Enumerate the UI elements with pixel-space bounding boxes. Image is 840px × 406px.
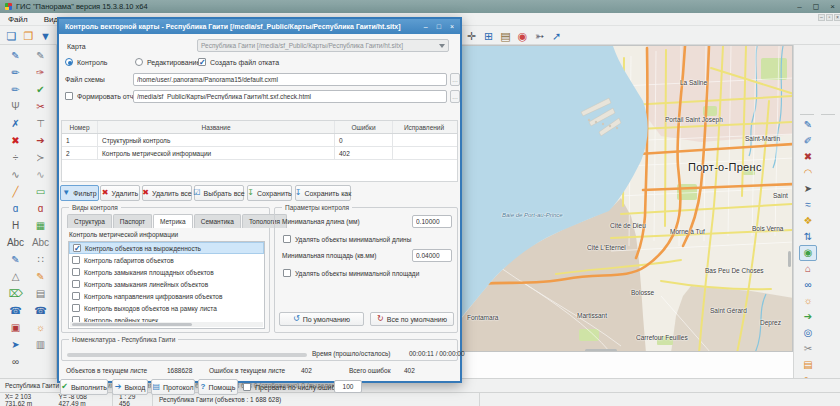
tab-passport[interactable]: Паспорт <box>113 214 152 228</box>
select-all-button[interactable]: ☑ Выбрать все <box>194 185 244 201</box>
dialog-maximize-icon[interactable]: □ <box>437 23 441 30</box>
delete-min-area-checkbox[interactable] <box>283 269 291 277</box>
pan-icon[interactable]: ✛ <box>463 28 480 45</box>
control-radio-label[interactable]: Контроль <box>77 59 107 66</box>
glasses-icon[interactable]: ∞ <box>3 353 28 370</box>
home-icon[interactable]: ⌂ <box>799 261 817 277</box>
binoculars-icon[interactable]: ∞ <box>799 277 817 293</box>
delete-min-length-label[interactable]: Удалять объекты минимальной длины <box>295 236 411 243</box>
clipboard-icon[interactable]: ▤ <box>497 28 514 45</box>
move-point-icon[interactable]: ➔ <box>28 132 53 149</box>
shapes-icon[interactable]: ❖ <box>799 213 817 229</box>
points-icon[interactable]: ∷ <box>28 251 53 268</box>
text-h-icon[interactable]: H <box>3 217 28 234</box>
triangle-icon[interactable]: △ <box>3 268 28 285</box>
spline-icon[interactable]: ∿ <box>3 166 28 183</box>
table-row[interactable]: 1Структурный контроль 0 <box>62 134 457 147</box>
mdi-close-icon[interactable]: × <box>834 14 840 21</box>
dialog-titlebar[interactable]: Контроль векторной карты - Республика Га… <box>59 19 460 34</box>
edit-radio-label[interactable]: Редактирование <box>147 59 200 66</box>
check-item[interactable]: Контроль замыкания линейных объектов <box>69 278 264 290</box>
bridge-icon[interactable]: ◠ <box>799 165 817 181</box>
edit-radio[interactable] <box>135 58 143 66</box>
select-pencil-alt-icon[interactable]: ✎ <box>28 47 53 64</box>
object-info-icon[interactable]: ➚ <box>548 28 565 45</box>
line-tool-icon[interactable]: ╱ <box>3 183 28 200</box>
target-icon[interactable]: ◎ <box>799 325 817 341</box>
label-a-del-icon[interactable]: ɑ <box>28 200 53 217</box>
tab-metric[interactable]: Метрика <box>153 214 193 228</box>
scheme-browse-button[interactable]: … <box>450 73 460 86</box>
cross-point-icon[interactable]: ✗ <box>3 115 28 132</box>
camera-icon[interactable]: ▣ <box>3 319 28 336</box>
exit-door-icon[interactable]: ➔ <box>799 309 817 325</box>
delete-object-icon[interactable]: ✖ <box>3 132 28 149</box>
delete-button[interactable]: ✖ Удалить <box>100 185 140 201</box>
minimize-icon[interactable]: – <box>797 2 801 11</box>
run-small-icon[interactable]: ➤ <box>3 336 28 353</box>
report-browse-button[interactable]: … <box>450 90 460 103</box>
settings-sun-icon[interactable]: ☼ <box>28 319 53 336</box>
menu-file[interactable]: Файл <box>0 15 36 24</box>
delete-route-icon[interactable]: ✖ <box>799 149 817 165</box>
route-pencil2-icon[interactable]: ✐ <box>799 133 817 149</box>
check-item[interactable]: Контроль габаритов объектов <box>69 254 264 266</box>
abort-count-input[interactable] <box>334 380 362 393</box>
delete-min-area-label[interactable]: Удалять объекты минимальной площади <box>295 270 419 277</box>
merge-nodes-icon[interactable]: Ψ <box>3 98 28 115</box>
panel-orange-icon[interactable]: ▤ <box>799 357 817 373</box>
pointer-icon[interactable]: ➤ <box>799 181 817 197</box>
gear-sun-icon[interactable]: ☼ <box>799 293 817 309</box>
protocol-button[interactable]: ▤ Протокол <box>151 379 195 395</box>
sheet-icon[interactable]: ▤ <box>28 285 53 302</box>
close-icon[interactable]: × <box>830 2 835 11</box>
bird-view-icon[interactable]: ➳ <box>531 28 548 45</box>
exit-button[interactable]: ➔ Выход <box>112 379 148 395</box>
open-map-icon[interactable]: ❐ <box>20 28 37 45</box>
report-small-icon[interactable]: ▥ <box>28 336 53 353</box>
label-a-icon[interactable]: ɑ <box>3 200 28 217</box>
cut-object-icon[interactable]: ✂ <box>28 98 53 115</box>
area-tool-icon[interactable]: ▭ <box>28 183 53 200</box>
delete-min-length-checkbox[interactable] <box>283 235 291 243</box>
all-default-button[interactable]: ↻ Все по умолчанию <box>370 312 454 326</box>
arrows-updown-icon[interactable]: ⇅ <box>799 229 817 245</box>
divide-icon[interactable]: ÷ <box>3 149 28 166</box>
dolphin-icon[interactable]: ≈ <box>799 197 817 213</box>
scheme-file-input[interactable] <box>133 73 447 86</box>
globe-selected-icon[interactable]: ◉ <box>799 245 817 261</box>
tab-structure[interactable]: Структура <box>67 214 112 228</box>
erase-icon[interactable]: ⌦ <box>3 285 28 302</box>
abort-on-errors-label[interactable]: Прервать по числу ошибок <box>255 384 343 391</box>
spline-smooth-icon[interactable]: ∿ <box>28 166 53 183</box>
checklist-hscrollbar[interactable] <box>70 322 263 327</box>
delete-all-button[interactable]: ✖ Удалить все <box>142 185 192 201</box>
pencil-blue-icon[interactable]: ✎ <box>3 251 28 268</box>
text-abc-icon[interactable]: Abc <box>3 234 28 251</box>
map-combo[interactable]: Республика Гаити [/media/sf_Public/Карты… <box>197 39 449 52</box>
filter-button[interactable]: ▼ Фильтр <box>60 185 99 201</box>
report-checkbox[interactable] <box>65 92 73 100</box>
save-button[interactable]: ↧ Сохранить <box>247 185 292 201</box>
default-button[interactable]: ↺ По умолчанию <box>279 312 364 326</box>
map-vertical-scrollbar[interactable] <box>788 251 791 267</box>
edit-pencil-icon[interactable]: ✏ <box>3 64 28 81</box>
grid-green-icon[interactable]: ▦ <box>28 217 53 234</box>
check-item[interactable]: Контроль объектов на вырожденность <box>69 242 264 254</box>
save-as-button[interactable]: ↧ Сохранить как <box>295 185 351 201</box>
select-pencil-icon[interactable]: ✎ <box>3 47 28 64</box>
mdi-minimize-icon[interactable]: – <box>818 14 825 21</box>
report-file-input[interactable] <box>133 90 447 103</box>
map-view[interactable]: La SalinePortail Saint JosephSaint-Marti… <box>460 45 793 352</box>
rollback-checkbox[interactable] <box>198 58 206 66</box>
delete-pencil-icon[interactable]: ✑ <box>28 64 53 81</box>
node-edit-icon[interactable]: ⊤ <box>28 115 53 132</box>
tab-semantic[interactable]: Семантика <box>194 214 241 228</box>
control-results-table[interactable]: НомерНазвание ОшибкиИсправлений 1Структу… <box>61 120 458 182</box>
cut-route-icon[interactable]: ✂ <box>799 341 817 357</box>
dialog-minimize-icon[interactable]: – <box>424 23 428 30</box>
rollback-checkbox-label[interactable]: Создать файл отката <box>210 59 279 66</box>
check-item[interactable]: Контроль выходов объектов на рамку листа <box>69 302 264 314</box>
metric-checklist[interactable]: Контроль объектов на вырожденность Контр… <box>68 241 265 329</box>
new-map-icon[interactable]: ❏ <box>3 28 20 45</box>
